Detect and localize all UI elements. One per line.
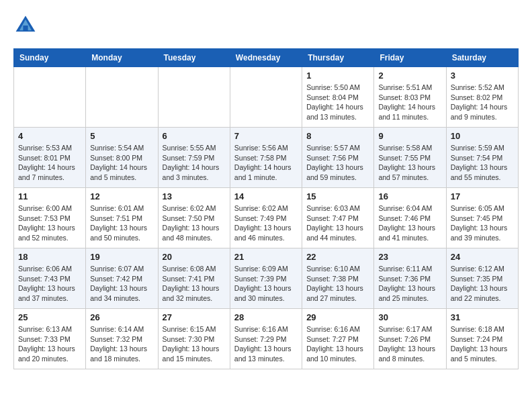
day-number: 20 (163, 252, 226, 262)
day-info: Sunrise: 6:08 AMSunset: 7:41 PMDaylight:… (163, 264, 226, 304)
weekday-header-row: SundayMondayTuesdayWednesdayThursdayFrid… (14, 49, 519, 67)
day-cell-12: 12Sunrise: 6:01 AMSunset: 7:51 PMDayligh… (86, 188, 158, 248)
day-number: 8 (306, 131, 369, 141)
day-cell-27: 27Sunrise: 6:15 AMSunset: 7:30 PMDayligh… (158, 309, 230, 369)
weekday-header-wednesday: Wednesday (230, 49, 302, 67)
day-number: 31 (451, 312, 514, 322)
day-number: 15 (306, 191, 369, 201)
empty-cell (86, 67, 158, 128)
day-cell-7: 7Sunrise: 5:56 AMSunset: 7:58 PMDaylight… (230, 128, 302, 188)
day-cell-31: 31Sunrise: 6:18 AMSunset: 7:24 PMDayligh… (446, 309, 518, 369)
day-info: Sunrise: 6:14 AMSunset: 7:32 PMDaylight:… (90, 324, 153, 364)
day-cell-1: 1Sunrise: 5:50 AMSunset: 8:04 PMDaylight… (302, 67, 374, 128)
weekday-header-thursday: Thursday (302, 49, 374, 67)
day-number: 19 (90, 252, 153, 262)
day-number: 28 (234, 312, 298, 322)
day-number: 10 (451, 131, 514, 141)
day-info: Sunrise: 5:53 AMSunset: 8:01 PMDaylight:… (18, 143, 81, 183)
day-cell-8: 8Sunrise: 5:57 AMSunset: 7:56 PMDaylight… (302, 128, 374, 188)
day-info: Sunrise: 6:07 AMSunset: 7:42 PMDaylight:… (90, 264, 153, 304)
day-number: 27 (163, 312, 226, 322)
day-cell-30: 30Sunrise: 6:17 AMSunset: 7:26 PMDayligh… (374, 309, 446, 369)
day-cell-26: 26Sunrise: 6:14 AMSunset: 7:32 PMDayligh… (86, 309, 158, 369)
day-number: 11 (18, 191, 81, 201)
weekday-header-saturday: Saturday (446, 49, 518, 67)
day-cell-4: 4Sunrise: 5:53 AMSunset: 8:01 PMDaylight… (14, 128, 86, 188)
week-row-2: 4Sunrise: 5:53 AMSunset: 8:01 PMDaylight… (14, 128, 519, 188)
day-number: 12 (90, 191, 153, 201)
day-cell-24: 24Sunrise: 6:12 AMSunset: 7:35 PMDayligh… (446, 248, 518, 309)
logo (13, 13, 42, 38)
day-info: Sunrise: 6:04 AMSunset: 7:46 PMDaylight:… (378, 203, 441, 243)
day-info: Sunrise: 6:02 AMSunset: 7:49 PMDaylight:… (234, 203, 298, 243)
day-number: 18 (18, 252, 81, 262)
day-info: Sunrise: 5:55 AMSunset: 7:59 PMDaylight:… (163, 143, 226, 183)
day-number: 22 (306, 252, 369, 262)
day-cell-18: 18Sunrise: 6:06 AMSunset: 7:43 PMDayligh… (14, 248, 86, 309)
day-info: Sunrise: 6:12 AMSunset: 7:35 PMDaylight:… (451, 264, 514, 304)
day-number: 29 (306, 312, 369, 322)
day-cell-22: 22Sunrise: 6:10 AMSunset: 7:38 PMDayligh… (302, 248, 374, 309)
day-number: 13 (163, 191, 226, 201)
day-cell-9: 9Sunrise: 5:58 AMSunset: 7:55 PMDaylight… (374, 128, 446, 188)
day-info: Sunrise: 6:13 AMSunset: 7:33 PMDaylight:… (18, 324, 81, 364)
day-info: Sunrise: 6:06 AMSunset: 7:43 PMDaylight:… (18, 264, 81, 304)
day-info: Sunrise: 6:09 AMSunset: 7:39 PMDaylight:… (234, 264, 298, 304)
week-row-3: 11Sunrise: 6:00 AMSunset: 7:53 PMDayligh… (14, 188, 519, 248)
day-cell-10: 10Sunrise: 5:59 AMSunset: 7:54 PMDayligh… (446, 128, 518, 188)
logo-icon (13, 13, 38, 38)
day-number: 30 (378, 312, 441, 322)
day-cell-2: 2Sunrise: 5:51 AMSunset: 8:03 PMDaylight… (374, 67, 446, 128)
day-info: Sunrise: 6:11 AMSunset: 7:36 PMDaylight:… (378, 264, 441, 304)
day-cell-17: 17Sunrise: 6:05 AMSunset: 7:45 PMDayligh… (446, 188, 518, 248)
svg-rect-2 (23, 26, 28, 32)
day-number: 17 (451, 191, 514, 201)
week-row-1: 1Sunrise: 5:50 AMSunset: 8:04 PMDaylight… (14, 67, 519, 128)
weekday-header-monday: Monday (86, 49, 158, 67)
day-info: Sunrise: 6:01 AMSunset: 7:51 PMDaylight:… (90, 203, 153, 243)
day-info: Sunrise: 6:05 AMSunset: 7:45 PMDaylight:… (451, 203, 514, 243)
day-number: 24 (451, 252, 514, 262)
day-info: Sunrise: 6:15 AMSunset: 7:30 PMDaylight:… (163, 324, 226, 364)
weekday-header-tuesday: Tuesday (158, 49, 230, 67)
day-number: 25 (18, 312, 81, 322)
day-number: 16 (378, 191, 441, 201)
day-cell-29: 29Sunrise: 6:16 AMSunset: 7:27 PMDayligh… (302, 309, 374, 369)
day-cell-13: 13Sunrise: 6:02 AMSunset: 7:50 PMDayligh… (158, 188, 230, 248)
empty-cell (14, 67, 86, 128)
day-cell-19: 19Sunrise: 6:07 AMSunset: 7:42 PMDayligh… (86, 248, 158, 309)
day-cell-25: 25Sunrise: 6:13 AMSunset: 7:33 PMDayligh… (14, 309, 86, 369)
day-info: Sunrise: 5:54 AMSunset: 8:00 PMDaylight:… (90, 143, 153, 183)
day-number: 26 (90, 312, 153, 322)
day-info: Sunrise: 5:59 AMSunset: 7:54 PMDaylight:… (451, 143, 514, 183)
day-number: 21 (234, 252, 298, 262)
day-cell-16: 16Sunrise: 6:04 AMSunset: 7:46 PMDayligh… (374, 188, 446, 248)
day-number: 2 (378, 71, 441, 81)
day-number: 3 (451, 71, 514, 81)
day-info: Sunrise: 6:00 AMSunset: 7:53 PMDaylight:… (18, 203, 81, 243)
day-number: 4 (18, 131, 81, 141)
day-info: Sunrise: 5:50 AMSunset: 8:04 PMDaylight:… (306, 83, 369, 122)
calendar: SundayMondayTuesdayWednesdayThursdayFrid… (13, 48, 519, 369)
week-row-4: 18Sunrise: 6:06 AMSunset: 7:43 PMDayligh… (14, 248, 519, 309)
day-number: 9 (378, 131, 441, 141)
day-cell-3: 3Sunrise: 5:52 AMSunset: 8:02 PMDaylight… (446, 67, 518, 128)
day-cell-23: 23Sunrise: 6:11 AMSunset: 7:36 PMDayligh… (374, 248, 446, 309)
day-cell-5: 5Sunrise: 5:54 AMSunset: 8:00 PMDaylight… (86, 128, 158, 188)
day-cell-15: 15Sunrise: 6:03 AMSunset: 7:47 PMDayligh… (302, 188, 374, 248)
day-cell-14: 14Sunrise: 6:02 AMSunset: 7:49 PMDayligh… (230, 188, 302, 248)
week-row-5: 25Sunrise: 6:13 AMSunset: 7:33 PMDayligh… (14, 309, 519, 369)
day-info: Sunrise: 6:18 AMSunset: 7:24 PMDaylight:… (451, 324, 514, 364)
day-number: 6 (163, 131, 226, 141)
day-number: 23 (378, 252, 441, 262)
day-number: 5 (90, 131, 153, 141)
empty-cell (158, 67, 230, 128)
weekday-header-friday: Friday (374, 49, 446, 67)
day-info: Sunrise: 5:58 AMSunset: 7:55 PMDaylight:… (378, 143, 441, 183)
day-info: Sunrise: 6:02 AMSunset: 7:50 PMDaylight:… (163, 203, 226, 243)
day-info: Sunrise: 5:56 AMSunset: 7:58 PMDaylight:… (234, 143, 298, 183)
day-info: Sunrise: 5:57 AMSunset: 7:56 PMDaylight:… (306, 143, 369, 183)
day-info: Sunrise: 6:10 AMSunset: 7:38 PMDaylight:… (306, 264, 369, 304)
day-info: Sunrise: 6:03 AMSunset: 7:47 PMDaylight:… (306, 203, 369, 243)
day-cell-6: 6Sunrise: 5:55 AMSunset: 7:59 PMDaylight… (158, 128, 230, 188)
